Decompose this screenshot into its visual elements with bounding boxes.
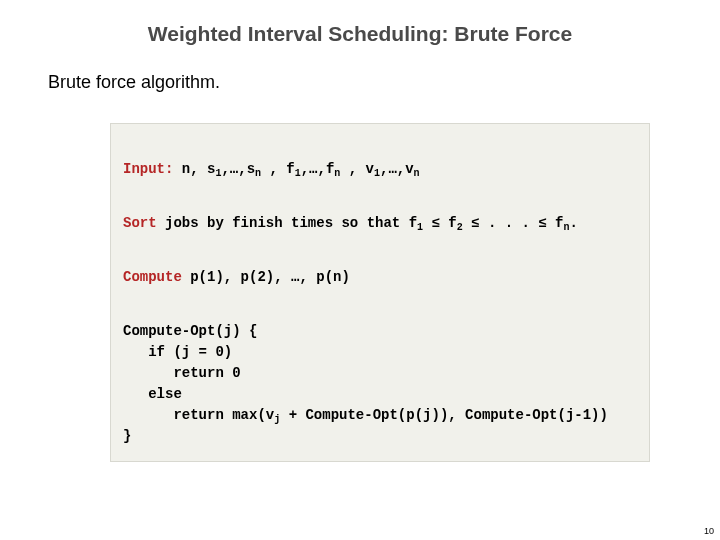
code-compute-line: Compute p(1), p(2), …, p(n) (123, 267, 637, 288)
code-text: ,…,v (380, 161, 414, 177)
subscript-n: n (255, 168, 261, 179)
code-input-line: Input: n, s1,…,sn , f1,…,fn , v1,…,vn (123, 159, 637, 180)
code-text: n, s (173, 161, 215, 177)
code-text: ≤ . . . ≤ f (463, 215, 564, 231)
code-text: f (286, 161, 294, 177)
code-text: else (123, 386, 182, 402)
code-text: v (366, 161, 374, 177)
subscript-1: 1 (374, 168, 380, 179)
code-text: ≤ f (423, 215, 457, 231)
code-text: ,…,s (221, 161, 255, 177)
subscript-n: n (414, 168, 420, 179)
subscript-1: 1 (295, 168, 301, 179)
keyword-input: Input: (123, 161, 173, 177)
code-text: + Compute-Opt(p(j)), Compute-Opt(j-1)) (280, 407, 608, 423)
subscript-1: 1 (215, 168, 221, 179)
subscript-j: j (274, 414, 280, 425)
code-text: p(1), p(2), …, p(n) (182, 269, 350, 285)
code-text: ,…,f (301, 161, 335, 177)
subheading: Brute force algorithm. (48, 72, 672, 93)
code-sort-line: Sort jobs by finish times so that f1 ≤ f… (123, 213, 637, 234)
subscript-n: n (334, 168, 340, 179)
code-text: . (570, 215, 578, 231)
code-text: return 0 (123, 365, 241, 381)
code-text: } (123, 428, 131, 444)
code-text: if (j = 0) (123, 344, 232, 360)
code-text: , (340, 161, 365, 177)
keyword-sort: Sort (123, 215, 157, 231)
code-text: Compute-Opt(j) { (123, 323, 257, 339)
slide: Weighted Interval Scheduling: Brute Forc… (0, 0, 720, 540)
code-function-block: Compute-Opt(j) { if (j = 0) return 0 els… (123, 321, 637, 447)
code-text: jobs by finish times so that f (157, 215, 417, 231)
code-text: return max(v (123, 407, 274, 423)
code-text: , (261, 161, 286, 177)
subscript-2: 2 (457, 222, 463, 233)
subscript-n: n (564, 222, 570, 233)
pseudocode-box: Input: n, s1,…,sn , f1,…,fn , v1,…,vn So… (110, 123, 650, 462)
page-title: Weighted Interval Scheduling: Brute Forc… (48, 22, 672, 46)
keyword-compute: Compute (123, 269, 182, 285)
subscript-1: 1 (417, 222, 423, 233)
page-number: 10 (704, 526, 714, 536)
